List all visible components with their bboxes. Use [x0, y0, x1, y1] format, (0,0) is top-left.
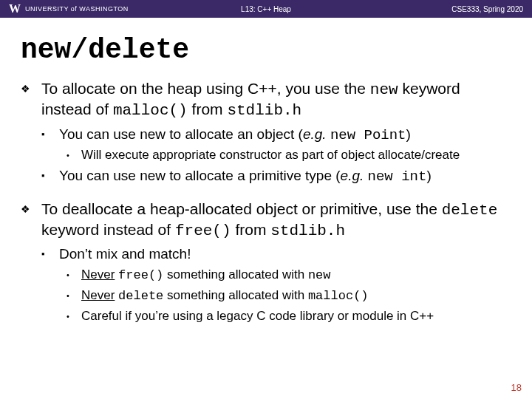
sub-dont-mix: ▪ Don’t mix and match! [41, 245, 511, 264]
bullet-deallocate: ❖ To deallocate a heap-allocated object … [21, 200, 511, 242]
square-bullet-icon: ▪ [41, 126, 59, 145]
bullet-text: Careful if you’re using a legacy C code … [81, 308, 434, 324]
bullet-text: Never free() something allocated with ne… [81, 267, 331, 284]
dot-bullet-icon: • [66, 147, 81, 163]
bullet-text: Never delete something allocated with ma… [81, 287, 369, 304]
slide-title: new/delete [21, 34, 511, 66]
uw-logo: W UNIVERSITY of WASHINGTON [9, 2, 129, 16]
square-bullet-icon: ▪ [41, 167, 59, 186]
course-label: CSE333, Spring 2020 [451, 5, 523, 13]
bullet-text: To deallocate a heap-allocated object or… [41, 200, 511, 242]
diamond-bullet-icon: ❖ [21, 200, 41, 242]
lecture-label: L13: C++ Heap [241, 5, 291, 13]
page-number: 18 [511, 382, 522, 393]
sub-allocate-object: ▪ You can use new to allocate an object … [41, 126, 511, 145]
uw-w-icon: W [9, 2, 21, 16]
square-bullet-icon: ▪ [41, 245, 59, 264]
bullet-text: To allocate on the heap using C++, you u… [41, 79, 511, 121]
sub-allocate-primitive: ▪ You can use new to allocate a primitiv… [41, 167, 511, 186]
subsub-constructor: • Will execute appropriate constructor a… [66, 147, 511, 163]
diamond-bullet-icon: ❖ [21, 79, 41, 121]
dot-bullet-icon: • [66, 287, 81, 304]
bullet-text: You can use new to allocate an object (e… [59, 126, 411, 145]
dot-bullet-icon: • [66, 267, 81, 284]
bullet-text: Don’t mix and match! [59, 245, 191, 264]
bullet-text: You can use new to allocate a primitive … [59, 167, 432, 186]
subsub-legacy-c: • Careful if you’re using a legacy C cod… [66, 308, 511, 324]
subsub-never-delete: • Never delete something allocated with … [66, 287, 511, 304]
dot-bullet-icon: • [66, 308, 81, 324]
bullet-allocate: ❖ To allocate on the heap using C++, you… [21, 79, 511, 121]
slide-header: W UNIVERSITY of WASHINGTON L13: C++ Heap… [0, 0, 532, 18]
bullet-text: Will execute appropriate constructor as … [81, 147, 460, 163]
uw-org-text: UNIVERSITY of WASHINGTON [25, 5, 129, 13]
slide-content: new/delete ❖ To allocate on the heap usi… [0, 18, 532, 324]
subsub-never-free: • Never free() something allocated with … [66, 267, 511, 284]
